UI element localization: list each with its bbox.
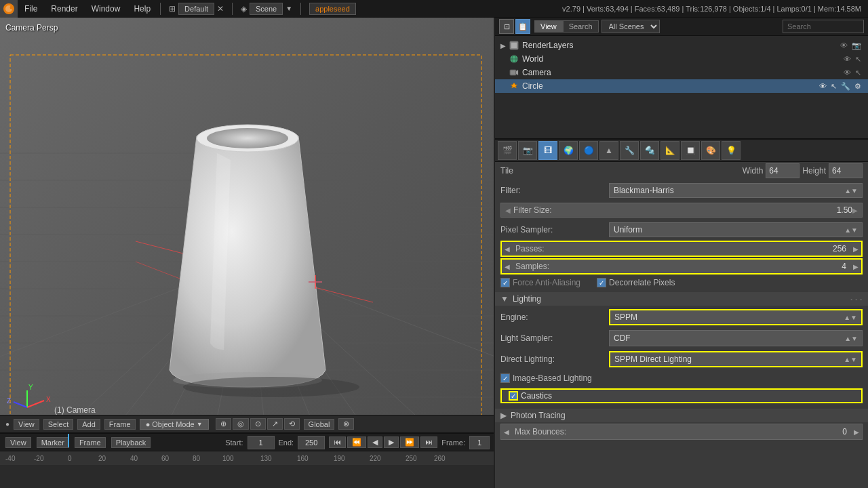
prop-tab-particles[interactable]: 💡 bbox=[722, 141, 741, 160]
scene-selector[interactable]: Scene bbox=[250, 3, 283, 15]
renderlayers-vis-icon[interactable]: 👁 bbox=[839, 41, 849, 50]
prop-tab-scene[interactable]: 📷 bbox=[518, 141, 537, 160]
circle-extra-icon[interactable]: ⚙ bbox=[853, 82, 863, 91]
viewport-add-btn[interactable]: Add bbox=[77, 419, 100, 430]
filter-size-slider[interactable]: ◀ Filter Size: 1.50 ▶ bbox=[500, 203, 863, 218]
filter-value: Blackman-Harris bbox=[614, 186, 674, 195]
prop-tab-material[interactable]: 🔲 bbox=[681, 141, 700, 160]
workspace-add-icon[interactable]: ✕ bbox=[217, 4, 224, 14]
start-input[interactable] bbox=[248, 436, 275, 449]
prop-tab-object[interactable]: 🔵 bbox=[579, 141, 598, 160]
width-input[interactable] bbox=[766, 163, 800, 178]
menu-help[interactable]: Help bbox=[127, 0, 157, 17]
light-sampler-dropdown[interactable]: CDF ▲▼ bbox=[609, 330, 863, 346]
camera-cursor-icon[interactable]: ↖ bbox=[854, 68, 863, 77]
svg-rect-45 bbox=[510, 70, 516, 75]
ibl-item[interactable]: Image-Based Lighting bbox=[500, 373, 592, 383]
prop-tab-data[interactable]: 📐 bbox=[660, 141, 679, 160]
circle-restrict-icon[interactable]: ↖ bbox=[829, 82, 838, 91]
world-vis-icon[interactable]: 👁 bbox=[842, 55, 852, 64]
viewport-view-btn[interactable]: View bbox=[14, 419, 39, 430]
renderlayers-render-icon[interactable]: 📷 bbox=[850, 41, 863, 50]
timeline-playback-btn[interactable]: Playback bbox=[111, 437, 151, 448]
camera-icon bbox=[509, 67, 519, 78]
prop-tab-texture[interactable]: 🎨 bbox=[701, 141, 720, 160]
ruler-mark-3: 20 bbox=[98, 455, 106, 462]
viewport-icon-3[interactable]: ⊙ bbox=[250, 418, 266, 430]
caustics-checkbox[interactable] bbox=[509, 391, 518, 401]
tl-play-reverse[interactable]: ◀ bbox=[368, 436, 382, 448]
prop-tab-mesh[interactable]: ▲ bbox=[599, 141, 618, 160]
circle-render-icon[interactable]: 🔧 bbox=[840, 82, 852, 91]
prop-tab-constraints[interactable]: 🔩 bbox=[640, 141, 659, 160]
outliner-item-camera[interactable]: Camera 👁 ↖ bbox=[495, 66, 868, 79]
passes-row[interactable]: ◀ Passes: 256 ▶ bbox=[500, 241, 863, 257]
pixel-sampler-dropdown[interactable]: Uniform ▲▼ bbox=[609, 222, 863, 237]
lighting-dots: • • • bbox=[850, 296, 863, 302]
lighting-section-header[interactable]: ▼ Lighting • • • bbox=[495, 292, 868, 306]
viewport-icon-6[interactable]: ⊗ bbox=[338, 418, 354, 430]
decorrelate-pixels-item[interactable]: Decorrelate Pixels bbox=[597, 278, 675, 287]
tl-next-frame[interactable]: ⏩ bbox=[400, 436, 419, 448]
filter-size-arrow-right: ▶ bbox=[852, 207, 858, 214]
app-name[interactable]: appleseed bbox=[309, 3, 356, 15]
direct-lighting-arrow-icon: ▲▼ bbox=[844, 356, 857, 363]
viewport-icon-2[interactable]: ◎ bbox=[233, 418, 249, 430]
menu-window[interactable]: Window bbox=[85, 0, 127, 17]
samples-row[interactable]: ◀ Samples: 4 ▶ bbox=[500, 258, 863, 274]
tl-prev-frame[interactable]: ⏪ bbox=[347, 436, 366, 448]
prop-tab-world[interactable]: 🌍 bbox=[559, 141, 578, 160]
outliner-search[interactable] bbox=[783, 20, 864, 33]
lighting-section-label: Lighting bbox=[513, 294, 541, 304]
viewport-icon-1[interactable]: ⊕ bbox=[216, 418, 231, 430]
timeline-ruler[interactable]: -40 -20 0 20 40 60 80 100 130 160 190 22… bbox=[0, 451, 495, 465]
force-anti-aliasing-checkbox[interactable] bbox=[500, 278, 510, 287]
ruler-mark-12: 250 bbox=[406, 455, 417, 462]
height-input[interactable] bbox=[829, 163, 863, 178]
decorrelate-pixels-checkbox[interactable] bbox=[597, 278, 606, 287]
timeline-view-btn[interactable]: View bbox=[5, 437, 31, 448]
viewport-icon-4[interactable]: ↗ bbox=[267, 418, 283, 430]
tl-jump-end[interactable]: ⏭ bbox=[420, 436, 437, 448]
timeline-frame-btn[interactable]: Frame bbox=[75, 437, 106, 448]
outliner-item-world[interactable]: World 👁 ↖ bbox=[495, 52, 868, 66]
outliner-item-circle[interactable]: Circle 👁 ↖ 🔧 ⚙ bbox=[495, 79, 868, 93]
direct-lighting-dropdown[interactable]: SPPM Direct Lighting ▲▼ bbox=[609, 351, 863, 367]
prop-tab-render[interactable]: 🎬 bbox=[498, 141, 517, 160]
viewport-icon-5[interactable]: ⟲ bbox=[284, 418, 300, 430]
ibl-checkbox[interactable] bbox=[500, 373, 510, 383]
photon-tracing-section[interactable]: ▶ Photon Tracing bbox=[495, 409, 868, 422]
scenes-dropdown[interactable]: All Scenes bbox=[601, 20, 660, 33]
viewport-mode-btn[interactable]: ● Object Mode ▼ bbox=[140, 419, 209, 430]
circle-vis-icon[interactable]: 👁 bbox=[818, 82, 828, 91]
current-frame-input[interactable] bbox=[469, 436, 490, 449]
viewport[interactable]: X Y Z Camera Persp (1) Camera ● View Sel… bbox=[0, 18, 495, 488]
engine-dropdown[interactable]: SPPM ▲▼ bbox=[609, 309, 863, 325]
end-input[interactable] bbox=[298, 436, 325, 449]
max-bounces-row[interactable]: ◀ Max Bounces: 0 ▶ bbox=[500, 424, 863, 440]
outliner-icon-2[interactable]: 📋 bbox=[515, 19, 530, 34]
outliner-item-renderlayers[interactable]: ▶ RenderLayers 👁 📷 bbox=[495, 39, 868, 52]
outliner-tab-view[interactable]: View bbox=[534, 20, 563, 33]
ruler-mark-0: -40 bbox=[5, 455, 15, 462]
filter-dropdown[interactable]: Blackman-Harris ▲▼ bbox=[609, 183, 863, 198]
caustics-button[interactable]: Caustics bbox=[500, 388, 863, 403]
prop-tab-modifiers[interactable]: 🔧 bbox=[620, 141, 639, 160]
force-anti-aliasing-item[interactable]: Force Anti-Aliasing bbox=[500, 278, 580, 287]
viewport-global-btn[interactable]: Global bbox=[304, 419, 335, 430]
tl-play[interactable]: ▶ bbox=[384, 436, 399, 448]
outliner-tab-search[interactable]: Search bbox=[563, 20, 599, 33]
ruler-mark-8: 130 bbox=[260, 455, 272, 462]
menu-file[interactable]: File bbox=[18, 0, 44, 17]
world-cursor-icon[interactable]: ↖ bbox=[854, 55, 863, 64]
current-frame-label: Frame: bbox=[441, 439, 465, 447]
tl-jump-start[interactable]: ⏮ bbox=[329, 436, 346, 448]
menu-render[interactable]: Render bbox=[44, 0, 84, 17]
outliner-icon-1[interactable]: ⊡ bbox=[499, 19, 514, 34]
camera-vis-icon[interactable]: 👁 bbox=[842, 68, 852, 77]
viewport-object-btn[interactable]: Frame bbox=[104, 419, 136, 430]
viewport-select-btn[interactable]: Select bbox=[43, 419, 74, 430]
layout-selector[interactable]: Default bbox=[178, 3, 214, 15]
timeline-marker-btn[interactable]: Marker bbox=[37, 437, 69, 448]
prop-tab-render-settings[interactable]: 🎞 bbox=[538, 141, 557, 160]
